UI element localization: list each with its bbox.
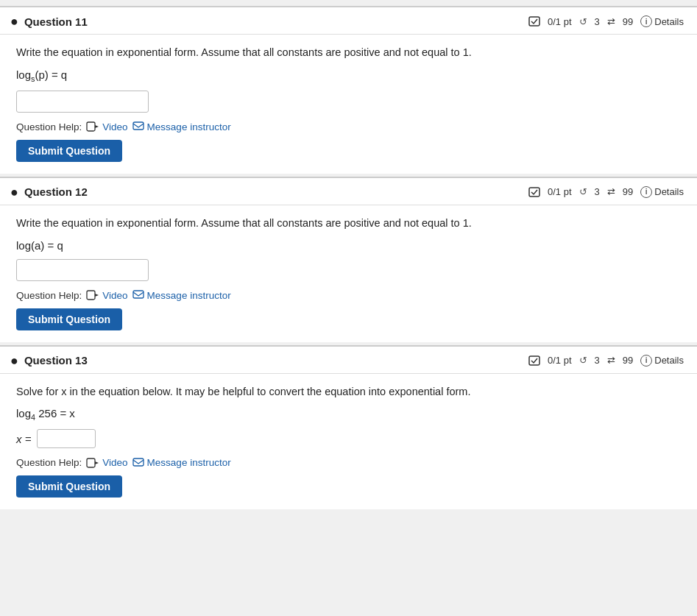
question-help-12: Question Help: Video Message instructor [16, 290, 681, 301]
msg-icon-11 [132, 121, 144, 132]
question-number-11: Question 11 [24, 15, 88, 28]
svg-rect-8 [529, 356, 539, 365]
svg-rect-7 [133, 291, 144, 298]
question-meta-12: 0/1 pt ↺ 3 ⇄ 99 i Details [528, 186, 684, 198]
question-header-11: ● Question 11 0/1 pt ↺ 3 ⇄ 99 i Details [0, 7, 697, 35]
score-icon-12 [528, 187, 540, 197]
attempts-13: 99 [623, 355, 633, 366]
details-link-12[interactable]: i Details [640, 186, 684, 198]
help-label-13: Question Help: [16, 457, 82, 468]
svg-marker-2 [95, 125, 99, 128]
help-label-11: Question Help: [16, 121, 82, 132]
video-link-11[interactable]: Video [86, 121, 127, 132]
question-meta-11: 0/1 pt ↺ 3 ⇄ 99 i Details [528, 15, 684, 27]
info-icon-12: i [640, 186, 652, 198]
question-body-11: Write the equation in exponential form. … [0, 35, 697, 174]
question-block-13: ● Question 13 0/1 pt ↺ 3 ⇄ 99 i Details … [0, 345, 697, 510]
refresh-icon-12: ⇄ [607, 186, 615, 197]
info-icon-11: i [640, 15, 652, 27]
question-number-13: Question 13 [24, 354, 88, 367]
svg-rect-4 [529, 188, 539, 197]
score-icon-13 [528, 355, 540, 366]
question-title-13: ● Question 13 [10, 354, 88, 367]
equation-11: logs(p) = q [16, 68, 681, 83]
bullet-13: ● [10, 354, 18, 367]
svg-rect-0 [529, 17, 539, 26]
svg-rect-11 [133, 459, 144, 466]
info-icon-13: i [640, 355, 652, 367]
video-label-11: Video [102, 121, 127, 132]
msg-link-12[interactable]: Message instructor [132, 290, 231, 301]
equation-13: log4 256 = x [16, 407, 681, 422]
score-13: 0/1 pt [548, 355, 572, 366]
refresh-icon-11: ⇄ [607, 16, 615, 27]
retries-11: 3 [595, 16, 600, 27]
retries-13: 3 [595, 355, 600, 366]
score-11: 0/1 pt [548, 16, 572, 27]
video-icon-11 [86, 121, 99, 132]
video-link-13[interactable]: Video [86, 457, 127, 468]
retry-icon-11: ↺ [579, 16, 587, 27]
svg-rect-1 [87, 122, 95, 131]
details-link-11[interactable]: i Details [640, 15, 684, 27]
bullet-11: ● [10, 15, 18, 28]
details-link-13[interactable]: i Details [640, 355, 684, 367]
page-container: ● Question 11 0/1 pt ↺ 3 ⇄ 99 i Details … [0, 0, 697, 518]
attempts-12: 99 [623, 186, 633, 197]
retries-12: 3 [595, 186, 600, 197]
score-12: 0/1 pt [548, 186, 572, 197]
question-text-11: Write the equation in exponential form. … [16, 45, 681, 61]
video-icon-13 [86, 458, 99, 468]
solve-input-13[interactable] [37, 429, 96, 448]
svg-rect-9 [87, 459, 95, 467]
solve-row-13: x = [16, 429, 681, 448]
submit-button-12[interactable]: Submit Question [16, 308, 122, 330]
question-header-12: ● Question 12 0/1 pt ↺ 3 ⇄ 99 i Details [0, 178, 697, 205]
score-icon-11 [528, 16, 540, 26]
retry-icon-13: ↺ [579, 355, 587, 366]
svg-rect-3 [133, 122, 144, 130]
msg-link-13[interactable]: Message instructor [132, 457, 231, 468]
question-body-13: Solve for x in the equation below. It ma… [0, 374, 697, 510]
submit-button-13[interactable]: Submit Question [16, 475, 122, 498]
retry-icon-12: ↺ [579, 186, 587, 197]
attempts-11: 99 [623, 16, 633, 27]
solve-var-label-13: x = [16, 433, 31, 445]
question-text-12: Write the equation in exponential form. … [16, 216, 681, 232]
msg-icon-12 [132, 290, 144, 300]
answer-input-12[interactable] [16, 259, 149, 281]
question-title-11: ● Question 11 [10, 15, 88, 28]
bullet-12: ● [10, 185, 18, 199]
details-label-13: Details [654, 355, 684, 366]
question-header-13: ● Question 13 0/1 pt ↺ 3 ⇄ 99 i Details [0, 347, 697, 374]
msg-icon-13 [132, 458, 144, 468]
video-link-12[interactable]: Video [86, 290, 127, 301]
svg-marker-10 [95, 461, 99, 464]
video-label-13: Video [102, 457, 127, 468]
answer-input-11[interactable] [16, 91, 149, 113]
question-title-12: ● Question 12 [10, 185, 88, 199]
svg-marker-6 [95, 294, 99, 297]
question-block-12: ● Question 12 0/1 pt ↺ 3 ⇄ 99 i Details … [0, 177, 697, 342]
help-label-12: Question Help: [16, 290, 82, 301]
question-number-12: Question 12 [24, 185, 88, 198]
refresh-icon-13: ⇄ [607, 355, 615, 366]
question-block-11: ● Question 11 0/1 pt ↺ 3 ⇄ 99 i Details … [0, 6, 697, 174]
msg-link-11[interactable]: Message instructor [132, 121, 231, 132]
question-body-12: Write the equation in exponential form. … [0, 205, 697, 342]
details-label-11: Details [654, 16, 684, 27]
svg-rect-5 [87, 291, 95, 300]
msg-label-12: Message instructor [147, 290, 231, 301]
msg-label-13: Message instructor [147, 457, 231, 468]
question-help-11: Question Help: Video Message instructor [16, 121, 681, 132]
equation-12: log(a) = q [16, 239, 681, 252]
question-help-13: Question Help: Video Message instructor [16, 457, 681, 468]
question-meta-13: 0/1 pt ↺ 3 ⇄ 99 i Details [528, 355, 684, 367]
msg-label-11: Message instructor [147, 121, 231, 132]
video-label-12: Video [102, 290, 127, 301]
question-text-13: Solve for x in the equation below. It ma… [16, 384, 681, 400]
submit-button-11[interactable]: Submit Question [16, 140, 122, 162]
video-icon-12 [86, 290, 99, 300]
details-label-12: Details [654, 186, 684, 197]
